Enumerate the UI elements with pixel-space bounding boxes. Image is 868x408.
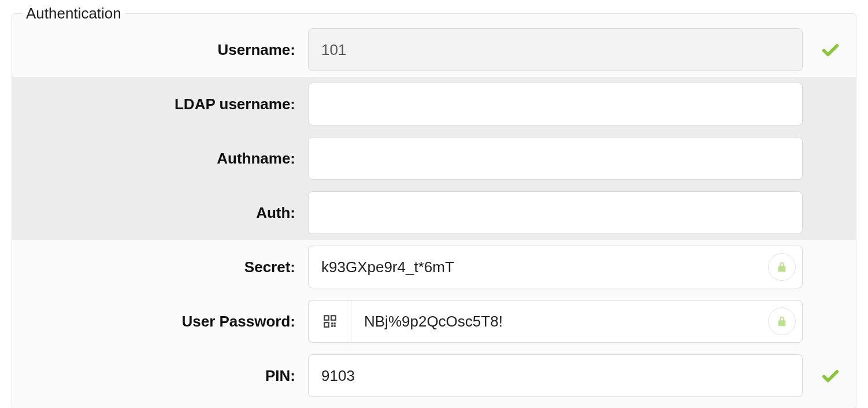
label-ldap-username: LDAP username: <box>20 95 298 113</box>
lock-icon <box>776 261 788 273</box>
fieldset-legend: Authentication <box>23 5 125 23</box>
row-ldap-username: LDAP username: <box>12 77 856 131</box>
secret-lock-button[interactable] <box>768 253 796 281</box>
row-user-password: User Password: <box>12 294 856 348</box>
label-secret: Secret: <box>20 258 298 276</box>
secret-input[interactable] <box>308 246 803 288</box>
svg-rect-2 <box>324 322 329 327</box>
lock-icon <box>776 315 788 328</box>
svg-rect-6 <box>333 325 335 327</box>
control-authname <box>308 137 803 180</box>
user-password-input[interactable] <box>351 300 803 343</box>
ldap-username-input[interactable] <box>308 83 803 125</box>
auth-input[interactable] <box>308 191 803 234</box>
pin-input[interactable] <box>308 354 803 397</box>
user-password-group <box>308 300 803 343</box>
control-secret <box>308 246 803 288</box>
user-password-lock-button[interactable] <box>768 307 796 335</box>
label-pin: PIN: <box>20 367 298 385</box>
status-username <box>813 40 848 60</box>
authname-input[interactable] <box>308 137 803 180</box>
row-secret: Secret: <box>12 240 856 294</box>
svg-rect-0 <box>324 316 329 320</box>
row-username: Username: <box>12 23 856 77</box>
label-username: Username: <box>20 41 298 59</box>
row-auth: Auth: <box>12 186 856 240</box>
username-input <box>308 28 803 71</box>
control-auth <box>308 191 803 234</box>
label-authname: Authname: <box>20 150 298 168</box>
label-auth: Auth: <box>20 204 298 222</box>
status-pin <box>813 366 848 385</box>
authentication-fieldset: Authentication Username: LDAP username: <box>12 5 856 408</box>
check-icon <box>821 366 840 385</box>
control-ldap-username <box>308 83 803 125</box>
control-username <box>308 28 803 71</box>
check-icon <box>821 40 840 60</box>
svg-rect-1 <box>331 316 336 320</box>
svg-rect-3 <box>331 322 333 324</box>
svg-rect-5 <box>331 325 333 327</box>
row-pin: PIN: <box>12 348 856 403</box>
row-authname: Authname: <box>12 131 856 186</box>
control-user-password <box>308 300 803 343</box>
control-pin <box>308 354 803 397</box>
qr-code-icon <box>322 314 337 329</box>
qr-code-button[interactable] <box>308 300 351 343</box>
label-user-password: User Password: <box>20 313 298 331</box>
svg-rect-4 <box>333 322 335 324</box>
